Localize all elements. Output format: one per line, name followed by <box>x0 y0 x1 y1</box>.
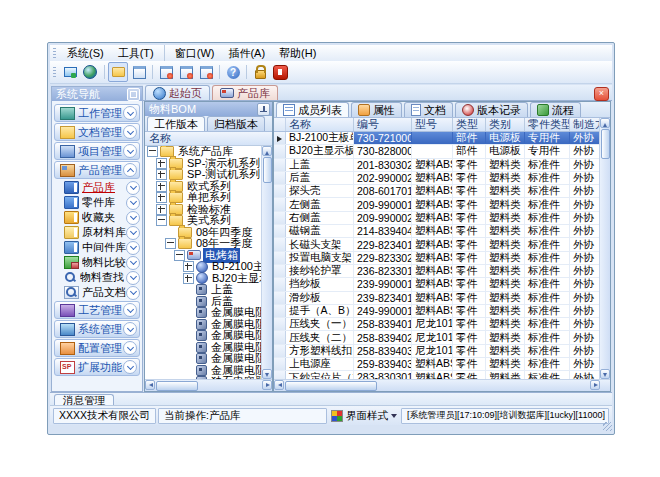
expander-icon[interactable] <box>156 181 167 192</box>
table-row[interactable]: 右侧盖 209-990002-01I 塑料ABS 零件 塑料类 标准件 外协 条 <box>274 212 600 225</box>
table-row[interactable]: 投置电脑支架 229-823302-00I 塑料ABS 零件 塑料类 标准件 外… <box>274 252 600 265</box>
sidebar-item-intermediate-parts[interactable]: 中间件库 <box>52 240 142 255</box>
tab-product-library[interactable]: 产品库 <box>212 85 278 100</box>
table-row[interactable]: 压线夹（二） 258-839402-00I 尼龙1010 零件 塑料类 标准件 … <box>274 331 600 344</box>
scroll-left-icon[interactable] <box>145 380 155 390</box>
product-library-icon[interactable] <box>108 62 128 82</box>
column-header[interactable]: 类别 <box>486 118 525 131</box>
data-window-icon[interactable] <box>130 63 148 81</box>
globe-icon[interactable] <box>81 63 99 81</box>
column-header[interactable]: 型号 <box>412 118 453 131</box>
table-row[interactable]: 下纱定位片（左） 283-830301-00I 塑料ABS 零件 塑料类 标准件… <box>274 371 600 379</box>
close-tab-icon[interactable] <box>594 87 609 101</box>
sidebar-group-projects[interactable]: 项目管理 <box>54 142 140 160</box>
tab-workflow[interactable]: 流程 <box>530 102 581 117</box>
chevron-icon[interactable] <box>123 106 137 120</box>
expander-icon[interactable] <box>183 261 194 272</box>
tab-member-list[interactable]: 成员列表 <box>276 102 349 117</box>
scroll-right-icon[interactable] <box>262 380 272 390</box>
sidebar-item-favorites[interactable]: 收藏夹 <box>52 210 142 225</box>
expander-icon[interactable] <box>156 169 167 180</box>
expander-icon[interactable] <box>183 273 194 284</box>
tab-documents[interactable]: 文档 <box>404 102 453 117</box>
sidebar-item-material-search[interactable]: 物料查找 <box>52 270 142 285</box>
tree-scroll-thumb[interactable] <box>263 157 272 183</box>
sidebar-pin-icon[interactable] <box>127 88 140 101</box>
tab-archived-version[interactable]: 归档版本 <box>207 116 265 131</box>
expander-icon[interactable] <box>174 250 185 261</box>
expander-icon[interactable] <box>156 204 167 215</box>
expander-icon[interactable] <box>156 192 167 203</box>
tab-working-version[interactable]: 工作版本 <box>147 116 205 131</box>
table-row[interactable]: 长磁头支架 229-823401-00I 塑料ABS 零件 塑料类 标准件 外协… <box>274 238 600 251</box>
menu-tools[interactable]: 工具(T) <box>111 45 161 62</box>
table-row[interactable]: 上盖 201-830302-00I 塑料ABS 零件 塑料类 标准件 外协 条 <box>274 159 600 172</box>
sidebar-group-process[interactable]: 工艺管理 <box>54 301 140 319</box>
sidebar-group-system[interactable]: 系统管理 <box>54 320 140 338</box>
tree-hscroll-thumb[interactable] <box>156 381 198 391</box>
column-header[interactable]: 零件类型 <box>525 118 570 131</box>
pin-icon[interactable] <box>257 103 270 116</box>
grid-vertical-scrollbar[interactable] <box>599 118 610 379</box>
scroll-up-icon[interactable] <box>600 118 610 128</box>
chevron-icon[interactable] <box>126 211 140 225</box>
chevron-icon[interactable] <box>123 163 137 177</box>
chevron-icon[interactable] <box>126 286 140 300</box>
menu-system[interactable]: 系统(S) <box>60 45 111 62</box>
sidebar-group-work[interactable]: 工作管理 <box>54 104 140 122</box>
expander-icon[interactable] <box>165 238 176 249</box>
column-header[interactable]: 名称 <box>286 118 354 131</box>
table-row[interactable]: 挡纱板 239-990001-01I 塑料ABS 零件 塑料类 标准件 外协 条 <box>274 278 600 291</box>
table-row[interactable]: 接纱轮护罩 236-823301-00I 塑料ABS 零件 塑料类 标准件 外协… <box>274 265 600 278</box>
scroll-right-icon[interactable] <box>590 380 600 390</box>
table-row[interactable]: 滑纱板 239-823401-00I 塑料ABS 零件 塑料类 标准件 外协 条 <box>274 292 600 305</box>
table-row[interactable]: 方形塑料线扣 258-839403-00I 尼龙1010 零件 塑料类 标准件 … <box>274 345 600 358</box>
tab-properties[interactable]: 属性 <box>351 102 402 117</box>
help-icon[interactable] <box>224 63 242 81</box>
table-row[interactable]: BJ-2100主板单点 730-721000-12I 部件 电源板 专用件 外协… <box>274 132 600 145</box>
sidebar-item-product-doc-search[interactable]: 产品文档查找 <box>52 285 142 300</box>
grid-scroll-thumb[interactable] <box>601 129 610 159</box>
chevron-icon[interactable] <box>126 226 140 240</box>
table-row[interactable]: BJ20主显示板 730-828000-04I 部件 电源板 专用件 外协 颗 <box>274 145 600 158</box>
tree-vertical-scrollbar[interactable] <box>261 146 272 379</box>
chevron-icon[interactable] <box>123 341 137 355</box>
sidebar-item-material-compare[interactable]: 物料比较 <box>52 255 142 270</box>
chevron-icon[interactable] <box>123 303 137 317</box>
expander-icon[interactable] <box>156 215 167 226</box>
window-new-icon[interactable] <box>157 63 175 81</box>
lock-icon[interactable] <box>251 63 269 81</box>
tree-horizontal-scrollbar[interactable] <box>145 379 272 391</box>
menu-help[interactable]: 帮助(H) <box>272 45 323 62</box>
window-refresh-icon[interactable] <box>177 63 195 81</box>
sidebar-group-configuration[interactable]: 配置管理 <box>54 339 140 357</box>
sidebar-group-products[interactable]: 产品管理 <box>54 161 140 179</box>
scroll-down-icon[interactable] <box>262 369 272 379</box>
table-row[interactable]: 磁钢盖 214-839404-01I 塑料ABS 零件 塑料类 标准件 外协 条 <box>274 225 600 238</box>
ui-style-selector[interactable]: 界面样式 <box>331 409 397 423</box>
table-row[interactable]: 压线夹（一） 258-839401-00I 尼龙1010 零件 塑料类 标准件 … <box>274 318 600 331</box>
chevron-icon[interactable] <box>126 196 140 210</box>
table-row[interactable]: 提手（A、B） 249-990001-01I 塑料ABS 零件 塑料类 标准件 … <box>274 305 600 318</box>
column-header[interactable]: 制造方式 <box>570 118 600 131</box>
table-row[interactable]: 左侧盖 209-990001-01I 塑料ABS 零件 塑料类 标准件 外协 条 <box>274 198 600 211</box>
window-close-icon[interactable] <box>197 63 215 81</box>
table-row[interactable]: 后盖 202-990002-01I 塑料ABS 零件 塑料类 标准件 外协 条 <box>274 172 600 185</box>
monitor-icon[interactable] <box>61 63 79 81</box>
menu-window[interactable]: 窗口(W) <box>164 45 222 62</box>
resize-grip[interactable] <box>603 422 612 431</box>
scroll-up-icon[interactable] <box>262 146 272 156</box>
expander-icon[interactable] <box>156 158 167 169</box>
tab-version-history[interactable]: 版本记录 <box>455 102 528 117</box>
chevron-icon[interactable] <box>126 271 140 285</box>
chevron-icon[interactable] <box>123 144 137 158</box>
column-header[interactable]: 类型 <box>453 118 486 131</box>
tab-start-page[interactable]: 起始页 <box>145 85 210 100</box>
sidebar-group-extensions[interactable]: 扩展功能 <box>54 358 140 376</box>
sidebar-item-product-library[interactable]: 产品库 <box>52 180 142 195</box>
expander-icon[interactable] <box>147 146 158 157</box>
tree-column-header[interactable]: 名称 <box>145 132 272 146</box>
sidebar-group-documents[interactable]: 文档管理 <box>54 123 140 141</box>
chevron-icon[interactable] <box>126 256 140 270</box>
scroll-down-icon[interactable] <box>600 369 610 379</box>
